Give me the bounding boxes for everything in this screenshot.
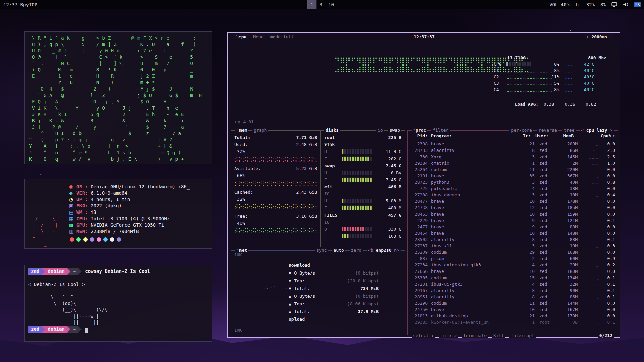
proc-memory: 167M [559,306,578,313]
process-row[interactable]: 25305 codium 15 zed 134M ⣀ 0.1 [410,275,615,281]
core-label: C1 [494,67,506,74]
prompt-user-segment: zed [28,326,42,333]
net-toggle[interactable]: sync [315,248,328,253]
info-label: UP [76,196,85,203]
proc-cpu-graph: ⣀⣀⣀ [578,255,600,262]
bpytop-window[interactable]: ¹cpu Menu mode:full 12:37:37 + 2000ms - … [227,32,620,338]
process-row[interactable]: 2477 brave 9 zed 88M 0.0 [410,224,615,230]
proc-toggle[interactable]: reverse [537,128,558,133]
col-memory[interactable]: MemB [555,133,574,138]
process-row[interactable]: 27208 ibus-daemon 3 zed 10M ⢀⣀ 0.4 [410,192,615,198]
proc-action-button[interactable]: select ↓ [412,333,435,338]
process-row[interactable]: 2229 brave 9 zed 121M ⣀ ⣀ 0.1 [410,217,615,224]
powerline-arrow-icon [78,326,82,333]
net-toggle[interactable]: auto [332,248,345,253]
col-pid[interactable]: Pid: [410,133,428,138]
process-row[interactable]: 28951 alacritty 8 zed 86M ⣀ 0.1 [410,294,615,300]
proc-action-button[interactable]: info ↵ [439,333,458,338]
proc-pid: 2398 [410,141,428,147]
cmatrix-terminal-window[interactable]: \ R " i ^ a k g > b Z _ @ m F X > r e ; … [24,31,212,164]
col-program[interactable]: Program: [428,133,521,138]
proc-threads: 2 [525,255,535,262]
proc-user: zed [535,262,559,268]
terminal-cursor[interactable] [85,328,88,333]
cowsay-terminal-window[interactable]: zed debian ~ cowsay Debian-Z Is Cool ___… [24,265,212,342]
proc-threads: 11 [525,166,535,173]
process-row[interactable]: 28723 python3 3 zed 40M ⣀⣀⣀ 0.8 [410,179,615,185]
process-row[interactable]: 25290 codium 11 zed 144M 0.0 [410,300,615,306]
process-row[interactable]: 2191 brave 35 zed 367M ⣀ 0.0 [410,173,615,179]
process-row[interactable]: 27666 brave 10 zed 180M 0.0 [410,268,615,275]
process-row[interactable]: 28477 brave 10 zed 178M 0.0 [410,198,615,204]
process-row[interactable]: 24738 brave 12 zed 185M 0.0 [410,204,615,211]
proc-program: brave [428,268,525,275]
process-row[interactable]: 28733 alacritty 8 zed 86M ⣀⣠⣀⣀ 2.0 [410,147,615,154]
memory-stat-row: ⡪⡕⡪⡕⡪⡕⡪⡕⡪⡕⡪⡕⡪⡕⡪⡕⡪⡕⡪⡕⡪⡕⡪⡕ [234,227,317,235]
disk-label: F [324,176,342,183]
process-row[interactable]: 28503 alacritty 8 zed 88M ⣀⣀ 0.1 [410,236,615,243]
proc-pid: 25209 [410,249,428,255]
proc-cpu-graph: ⣀⣠⣀⣀ [578,147,600,154]
mode-toggle[interactable]: mode:full [269,34,295,39]
speaker-icon[interactable] [623,2,628,7]
logo-line: -_ [30,234,69,241]
process-row[interactable]: 25264 codium 11 zed 220M ⣀⣀ 0.0 [410,166,615,173]
graph-toggle[interactable]: graph [252,128,268,133]
col-threads[interactable]: Tr: [521,133,531,138]
disk-label: F [324,233,342,240]
menu-button[interactable]: Menu [252,34,265,39]
interval-control[interactable]: + 2000ms - [585,34,614,39]
proc-program: Xorg [428,154,525,160]
interface-selector[interactable]: <b enp2s0 n> [367,248,401,253]
process-row[interactable]: 27234 ibus-extension-gtk3 4 zed 29M ⢀⣀ 0… [410,262,615,268]
sort-selector[interactable]: < cpu lazy > [580,128,614,133]
workspace-button[interactable]: 1 [307,0,316,9]
proc-action-button[interactable]: Terminate [462,333,488,338]
process-row[interactable]: 24750 brave 10 zed 167M 0.0 [410,306,615,313]
process-row[interactable]: 2398 brave 21 zed 209M ⣀⣀ 0.0 [410,141,615,147]
workspace-button[interactable]: 10 [325,0,337,9]
proc-user: zed [535,160,559,166]
core-meter: ▊▊▊▊▊▊▊▊▊▊ [506,61,546,67]
cowsay-line: ------------------ [28,288,208,294]
process-row[interactable]: 725 pulseaudio 4 zed 38M ⣀ 0.0 [410,185,615,192]
sort-direction-icon[interactable]: ↑ [612,133,615,138]
keyboard-layout-badge[interactable]: FR [634,2,641,7]
process-row[interactable]: 730 Xorg 3 zed 145M ⣀⣀⣀⣀ 2.5 [410,154,615,160]
process-row[interactable]: 29167 alacritty 8 zed 90M ⣀ 0.1 [410,287,615,294]
process-row[interactable]: 28463 brave 10 zed 159M 0.0 [410,211,615,217]
proc-action-button[interactable]: Interrupt [509,333,535,338]
process-row[interactable]: 29384 cmatrix 1 zed 2M ⣀⣀⣀ 1.0 [410,160,615,166]
process-row[interactable]: 25209 codium 29 zed 168M 0.0 [410,249,615,255]
net-value: (0 bitps) [355,292,379,300]
proc-toggle[interactable]: tree [562,128,576,133]
proc-toggle[interactable]: per-core [509,128,533,133]
proc-action-button[interactable]: Kill [492,333,505,338]
proc-cpu: 0.1 [600,319,615,325]
net-toggle[interactable]: zero [350,248,363,253]
net-scale-top: 10K [234,253,242,257]
swap-toggle[interactable]: swap [388,128,401,133]
proc-cpu-graph: ⣀⣀ [578,141,600,147]
proc-program: ibus-extension-gtk3 [428,262,525,268]
process-row[interactable]: 28454 brave 10 zed 148M 0.0 [410,230,615,236]
disk-value: 480 M [380,204,401,212]
process-row[interactable]: 27231 ibus-ui-gtk3 4 zed 32M ⣀ 0.1 [410,281,615,287]
io-toggle[interactable]: io [376,128,384,133]
workspace-button[interactable]: 3 [317,0,325,9]
disk-label: FILES [324,212,342,219]
process-row[interactable]: 887 picom 2 zed 60M ⣀⣀⣀ 0.9 [410,255,615,262]
col-cpu[interactable]: Cpu% [596,133,611,138]
palette-dot [76,237,81,242]
mem-label: Used: [234,141,248,148]
proc-threads: 35 [525,173,535,179]
logo-line: | \___- [30,228,69,234]
proc-cpu-graph [578,313,600,319]
process-row[interactable]: 21813 github-desktop 21 zed 178M 0.0 [410,313,615,319]
filter-button[interactable]: filter [431,128,450,133]
process-row[interactable]: 29385 kworker/u8:1-events_un 1 root 0B ⣀… [410,319,615,325]
process-row[interactable]: 27237 ibus-x11 3 zed 19M ⢀⣀ 0.3 [410,243,615,249]
proc-cpu: 0.2 [600,262,615,268]
neofetch-terminal-window[interactable]: _____ / __ \ | / | | \___- -_ --_ ◉ OS :… [24,179,212,249]
col-user[interactable]: User: [531,133,555,138]
